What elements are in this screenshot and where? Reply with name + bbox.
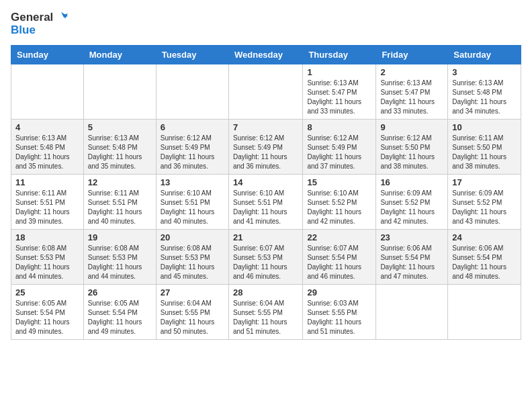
calendar-cell: 27Sunrise: 6:04 AM Sunset: 5:55 PM Dayli… <box>156 284 228 339</box>
calendar-cell: 15Sunrise: 6:10 AM Sunset: 5:52 PM Dayli… <box>303 174 376 229</box>
day-number: 20 <box>161 232 224 242</box>
calendar-cell: 11Sunrise: 6:11 AM Sunset: 5:51 PM Dayli… <box>11 174 84 229</box>
calendar-cell: 7Sunrise: 6:12 AM Sunset: 5:49 PM Daylig… <box>228 119 302 174</box>
calendar-cell: 2Sunrise: 6:13 AM Sunset: 5:47 PM Daylig… <box>376 64 448 119</box>
day-number: 11 <box>15 177 79 187</box>
day-info: Sunrise: 6:06 AM Sunset: 5:54 PM Dayligh… <box>380 244 443 281</box>
day-info: Sunrise: 6:06 AM Sunset: 5:54 PM Dayligh… <box>452 244 517 281</box>
day-number: 9 <box>380 122 443 132</box>
day-info: Sunrise: 6:04 AM Sunset: 5:55 PM Dayligh… <box>161 299 224 336</box>
day-info: Sunrise: 6:09 AM Sunset: 5:52 PM Dayligh… <box>452 189 517 226</box>
calendar-week-row: 11Sunrise: 6:11 AM Sunset: 5:51 PM Dayli… <box>11 174 521 229</box>
day-number: 16 <box>380 177 443 187</box>
logo-bird-icon <box>54 11 68 24</box>
day-info: Sunrise: 6:05 AM Sunset: 5:54 PM Dayligh… <box>15 299 79 336</box>
logo-text: General Blue <box>11 11 68 37</box>
calendar-cell: 1Sunrise: 6:13 AM Sunset: 5:47 PM Daylig… <box>303 64 376 119</box>
day-number: 24 <box>452 232 517 242</box>
calendar-cell: 5Sunrise: 6:13 AM Sunset: 5:48 PM Daylig… <box>83 119 156 174</box>
calendar-cell: 23Sunrise: 6:06 AM Sunset: 5:54 PM Dayli… <box>376 229 448 284</box>
day-info: Sunrise: 6:08 AM Sunset: 5:53 PM Dayligh… <box>15 244 79 281</box>
calendar-cell <box>376 284 448 339</box>
calendar-cell: 4Sunrise: 6:13 AM Sunset: 5:48 PM Daylig… <box>11 119 84 174</box>
page-header: General Blue <box>11 11 521 37</box>
day-number: 19 <box>88 232 152 242</box>
calendar-cell: 3Sunrise: 6:13 AM Sunset: 5:48 PM Daylig… <box>448 64 521 119</box>
calendar-cell: 16Sunrise: 6:09 AM Sunset: 5:52 PM Dayli… <box>376 174 448 229</box>
calendar-header-saturday: Saturday <box>448 45 521 64</box>
calendar-cell: 18Sunrise: 6:08 AM Sunset: 5:53 PM Dayli… <box>11 229 84 284</box>
day-number: 29 <box>307 287 371 298</box>
day-info: Sunrise: 6:13 AM Sunset: 5:47 PM Dayligh… <box>380 79 443 116</box>
day-info: Sunrise: 6:11 AM Sunset: 5:51 PM Dayligh… <box>88 189 152 226</box>
day-info: Sunrise: 6:03 AM Sunset: 5:55 PM Dayligh… <box>307 299 371 336</box>
day-info: Sunrise: 6:11 AM Sunset: 5:51 PM Dayligh… <box>15 189 79 226</box>
calendar-week-row: 25Sunrise: 6:05 AM Sunset: 5:54 PM Dayli… <box>11 284 521 339</box>
calendar-week-row: 1Sunrise: 6:13 AM Sunset: 5:47 PM Daylig… <box>11 64 521 119</box>
calendar-header-tuesday: Tuesday <box>156 45 228 64</box>
calendar-cell: 26Sunrise: 6:05 AM Sunset: 5:54 PM Dayli… <box>83 284 156 339</box>
day-number: 23 <box>380 232 443 242</box>
day-number: 15 <box>307 177 371 187</box>
day-number: 14 <box>233 177 298 187</box>
day-info: Sunrise: 6:12 AM Sunset: 5:49 PM Dayligh… <box>161 134 224 171</box>
calendar-cell: 21Sunrise: 6:07 AM Sunset: 5:53 PM Dayli… <box>228 229 302 284</box>
calendar-cell <box>83 64 156 119</box>
calendar-cell: 9Sunrise: 6:12 AM Sunset: 5:50 PM Daylig… <box>376 119 448 174</box>
calendar-cell: 13Sunrise: 6:10 AM Sunset: 5:51 PM Dayli… <box>156 174 228 229</box>
calendar-header-wednesday: Wednesday <box>228 45 302 64</box>
calendar-header-thursday: Thursday <box>303 45 376 64</box>
day-number: 2 <box>380 67 443 77</box>
day-number: 10 <box>452 122 517 132</box>
day-number: 6 <box>161 122 224 132</box>
day-number: 13 <box>161 177 224 187</box>
calendar-cell: 14Sunrise: 6:10 AM Sunset: 5:51 PM Dayli… <box>228 174 302 229</box>
calendar-cell <box>228 64 302 119</box>
calendar-table: SundayMondayTuesdayWednesdayThursdayFrid… <box>11 45 521 340</box>
logo: General Blue <box>11 11 68 37</box>
calendar-cell: 6Sunrise: 6:12 AM Sunset: 5:49 PM Daylig… <box>156 119 228 174</box>
day-info: Sunrise: 6:07 AM Sunset: 5:53 PM Dayligh… <box>233 244 298 281</box>
calendar-week-row: 18Sunrise: 6:08 AM Sunset: 5:53 PM Dayli… <box>11 229 521 284</box>
day-number: 17 <box>452 177 517 187</box>
calendar-cell: 10Sunrise: 6:11 AM Sunset: 5:50 PM Dayli… <box>448 119 521 174</box>
day-info: Sunrise: 6:10 AM Sunset: 5:51 PM Dayligh… <box>233 189 298 226</box>
calendar-cell <box>11 64 84 119</box>
day-info: Sunrise: 6:08 AM Sunset: 5:53 PM Dayligh… <box>88 244 152 281</box>
calendar-cell: 17Sunrise: 6:09 AM Sunset: 5:52 PM Dayli… <box>448 174 521 229</box>
day-info: Sunrise: 6:11 AM Sunset: 5:50 PM Dayligh… <box>452 134 517 171</box>
day-number: 3 <box>452 67 517 77</box>
day-info: Sunrise: 6:13 AM Sunset: 5:47 PM Dayligh… <box>307 79 371 116</box>
day-number: 28 <box>233 287 298 298</box>
calendar-cell: 28Sunrise: 6:04 AM Sunset: 5:55 PM Dayli… <box>228 284 302 339</box>
day-info: Sunrise: 6:10 AM Sunset: 5:51 PM Dayligh… <box>161 189 224 226</box>
day-number: 26 <box>88 287 152 298</box>
day-number: 5 <box>88 122 152 132</box>
day-number: 7 <box>233 122 298 132</box>
calendar-week-row: 4Sunrise: 6:13 AM Sunset: 5:48 PM Daylig… <box>11 119 521 174</box>
day-number: 22 <box>307 232 371 242</box>
calendar-cell <box>448 284 521 339</box>
logo-general: General <box>11 11 53 24</box>
day-info: Sunrise: 6:12 AM Sunset: 5:50 PM Dayligh… <box>380 134 443 171</box>
day-number: 27 <box>161 287 224 298</box>
calendar-header-row: SundayMondayTuesdayWednesdayThursdayFrid… <box>11 45 521 64</box>
day-info: Sunrise: 6:12 AM Sunset: 5:49 PM Dayligh… <box>307 134 371 171</box>
day-info: Sunrise: 6:08 AM Sunset: 5:53 PM Dayligh… <box>161 244 224 281</box>
day-number: 1 <box>307 67 371 77</box>
calendar-cell: 19Sunrise: 6:08 AM Sunset: 5:53 PM Dayli… <box>83 229 156 284</box>
day-info: Sunrise: 6:13 AM Sunset: 5:48 PM Dayligh… <box>452 79 517 116</box>
day-number: 21 <box>233 232 298 242</box>
day-number: 18 <box>15 232 79 242</box>
calendar-cell <box>156 64 228 119</box>
day-number: 25 <box>15 287 79 298</box>
day-info: Sunrise: 6:12 AM Sunset: 5:49 PM Dayligh… <box>233 134 298 171</box>
calendar-cell: 29Sunrise: 6:03 AM Sunset: 5:55 PM Dayli… <box>303 284 376 339</box>
day-info: Sunrise: 6:05 AM Sunset: 5:54 PM Dayligh… <box>88 299 152 336</box>
calendar-cell: 8Sunrise: 6:12 AM Sunset: 5:49 PM Daylig… <box>303 119 376 174</box>
day-info: Sunrise: 6:09 AM Sunset: 5:52 PM Dayligh… <box>380 189 443 226</box>
day-info: Sunrise: 6:13 AM Sunset: 5:48 PM Dayligh… <box>88 134 152 171</box>
logo-blue: Blue <box>11 24 36 37</box>
calendar-cell: 25Sunrise: 6:05 AM Sunset: 5:54 PM Dayli… <box>11 284 84 339</box>
calendar-cell: 22Sunrise: 6:07 AM Sunset: 5:54 PM Dayli… <box>303 229 376 284</box>
